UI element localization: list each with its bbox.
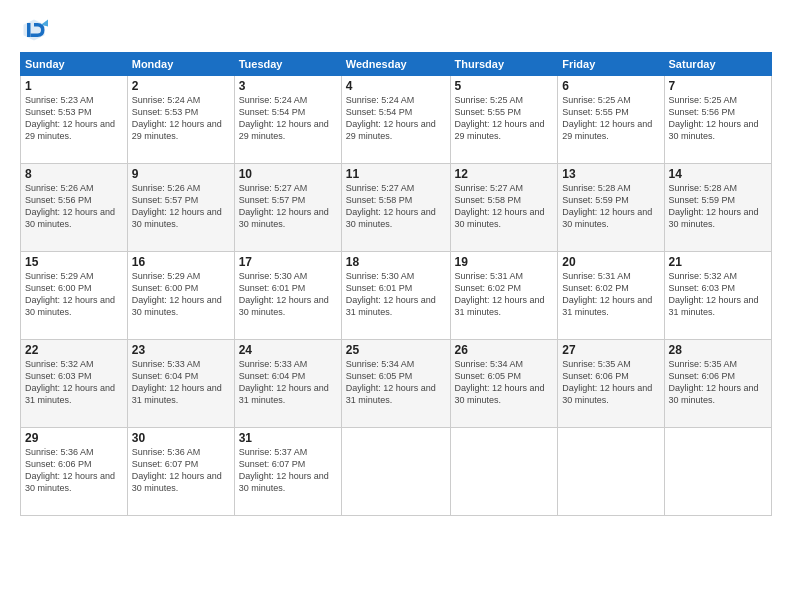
day-number: 26 xyxy=(455,343,554,357)
table-cell: 5 Sunrise: 5:25 AM Sunset: 5:55 PM Dayli… xyxy=(450,76,558,164)
day-detail: Sunrise: 5:29 AM Sunset: 6:00 PM Dayligh… xyxy=(25,270,123,319)
table-row: 15 Sunrise: 5:29 AM Sunset: 6:00 PM Dayl… xyxy=(21,252,772,340)
day-detail: Sunrise: 5:36 AM Sunset: 6:06 PM Dayligh… xyxy=(25,446,123,495)
day-detail: Sunrise: 5:28 AM Sunset: 5:59 PM Dayligh… xyxy=(562,182,659,231)
day-number: 15 xyxy=(25,255,123,269)
table-cell xyxy=(558,428,664,516)
day-detail: Sunrise: 5:35 AM Sunset: 6:06 PM Dayligh… xyxy=(562,358,659,407)
day-detail: Sunrise: 5:24 AM Sunset: 5:53 PM Dayligh… xyxy=(132,94,230,143)
day-number: 12 xyxy=(455,167,554,181)
table-cell: 12 Sunrise: 5:27 AM Sunset: 5:58 PM Dayl… xyxy=(450,164,558,252)
day-number: 25 xyxy=(346,343,446,357)
day-detail: Sunrise: 5:23 AM Sunset: 5:53 PM Dayligh… xyxy=(25,94,123,143)
day-detail: Sunrise: 5:33 AM Sunset: 6:04 PM Dayligh… xyxy=(239,358,337,407)
day-number: 30 xyxy=(132,431,230,445)
day-number: 8 xyxy=(25,167,123,181)
day-detail: Sunrise: 5:34 AM Sunset: 6:05 PM Dayligh… xyxy=(455,358,554,407)
header xyxy=(20,16,772,44)
table-cell: 10 Sunrise: 5:27 AM Sunset: 5:57 PM Dayl… xyxy=(234,164,341,252)
col-friday: Friday xyxy=(558,53,664,76)
day-detail: Sunrise: 5:33 AM Sunset: 6:04 PM Dayligh… xyxy=(132,358,230,407)
table-cell xyxy=(450,428,558,516)
day-number: 28 xyxy=(669,343,767,357)
table-cell: 26 Sunrise: 5:34 AM Sunset: 6:05 PM Dayl… xyxy=(450,340,558,428)
day-detail: Sunrise: 5:25 AM Sunset: 5:55 PM Dayligh… xyxy=(455,94,554,143)
col-saturday: Saturday xyxy=(664,53,771,76)
day-number: 13 xyxy=(562,167,659,181)
day-detail: Sunrise: 5:27 AM Sunset: 5:58 PM Dayligh… xyxy=(346,182,446,231)
day-detail: Sunrise: 5:35 AM Sunset: 6:06 PM Dayligh… xyxy=(669,358,767,407)
table-row: 29 Sunrise: 5:36 AM Sunset: 6:06 PM Dayl… xyxy=(21,428,772,516)
day-number: 14 xyxy=(669,167,767,181)
day-number: 20 xyxy=(562,255,659,269)
page: Sunday Monday Tuesday Wednesday Thursday… xyxy=(0,0,792,612)
day-detail: Sunrise: 5:36 AM Sunset: 6:07 PM Dayligh… xyxy=(132,446,230,495)
table-row: 1 Sunrise: 5:23 AM Sunset: 5:53 PM Dayli… xyxy=(21,76,772,164)
logo-icon xyxy=(20,16,48,44)
day-number: 17 xyxy=(239,255,337,269)
table-cell: 6 Sunrise: 5:25 AM Sunset: 5:55 PM Dayli… xyxy=(558,76,664,164)
day-number: 3 xyxy=(239,79,337,93)
day-detail: Sunrise: 5:25 AM Sunset: 5:55 PM Dayligh… xyxy=(562,94,659,143)
col-monday: Monday xyxy=(127,53,234,76)
day-number: 2 xyxy=(132,79,230,93)
day-number: 1 xyxy=(25,79,123,93)
calendar-body: 1 Sunrise: 5:23 AM Sunset: 5:53 PM Dayli… xyxy=(21,76,772,516)
col-wednesday: Wednesday xyxy=(341,53,450,76)
day-detail: Sunrise: 5:24 AM Sunset: 5:54 PM Dayligh… xyxy=(346,94,446,143)
table-cell: 19 Sunrise: 5:31 AM Sunset: 6:02 PM Dayl… xyxy=(450,252,558,340)
calendar-header: Sunday Monday Tuesday Wednesday Thursday… xyxy=(21,53,772,76)
table-row: 22 Sunrise: 5:32 AM Sunset: 6:03 PM Dayl… xyxy=(21,340,772,428)
table-cell: 2 Sunrise: 5:24 AM Sunset: 5:53 PM Dayli… xyxy=(127,76,234,164)
table-cell: 22 Sunrise: 5:32 AM Sunset: 6:03 PM Dayl… xyxy=(21,340,128,428)
table-cell: 30 Sunrise: 5:36 AM Sunset: 6:07 PM Dayl… xyxy=(127,428,234,516)
day-number: 4 xyxy=(346,79,446,93)
day-detail: Sunrise: 5:31 AM Sunset: 6:02 PM Dayligh… xyxy=(455,270,554,319)
table-cell: 7 Sunrise: 5:25 AM Sunset: 5:56 PM Dayli… xyxy=(664,76,771,164)
day-number: 29 xyxy=(25,431,123,445)
table-cell: 18 Sunrise: 5:30 AM Sunset: 6:01 PM Dayl… xyxy=(341,252,450,340)
table-cell: 24 Sunrise: 5:33 AM Sunset: 6:04 PM Dayl… xyxy=(234,340,341,428)
table-cell: 31 Sunrise: 5:37 AM Sunset: 6:07 PM Dayl… xyxy=(234,428,341,516)
table-cell: 8 Sunrise: 5:26 AM Sunset: 5:56 PM Dayli… xyxy=(21,164,128,252)
day-detail: Sunrise: 5:29 AM Sunset: 6:00 PM Dayligh… xyxy=(132,270,230,319)
day-detail: Sunrise: 5:32 AM Sunset: 6:03 PM Dayligh… xyxy=(25,358,123,407)
day-number: 31 xyxy=(239,431,337,445)
table-cell: 23 Sunrise: 5:33 AM Sunset: 6:04 PM Dayl… xyxy=(127,340,234,428)
table-cell: 17 Sunrise: 5:30 AM Sunset: 6:01 PM Dayl… xyxy=(234,252,341,340)
table-cell: 14 Sunrise: 5:28 AM Sunset: 5:59 PM Dayl… xyxy=(664,164,771,252)
day-detail: Sunrise: 5:28 AM Sunset: 5:59 PM Dayligh… xyxy=(669,182,767,231)
day-detail: Sunrise: 5:25 AM Sunset: 5:56 PM Dayligh… xyxy=(669,94,767,143)
day-number: 21 xyxy=(669,255,767,269)
day-number: 10 xyxy=(239,167,337,181)
logo xyxy=(20,16,52,44)
day-detail: Sunrise: 5:26 AM Sunset: 5:57 PM Dayligh… xyxy=(132,182,230,231)
day-detail: Sunrise: 5:31 AM Sunset: 6:02 PM Dayligh… xyxy=(562,270,659,319)
table-cell: 11 Sunrise: 5:27 AM Sunset: 5:58 PM Dayl… xyxy=(341,164,450,252)
table-row: 8 Sunrise: 5:26 AM Sunset: 5:56 PM Dayli… xyxy=(21,164,772,252)
day-detail: Sunrise: 5:37 AM Sunset: 6:07 PM Dayligh… xyxy=(239,446,337,495)
day-number: 7 xyxy=(669,79,767,93)
table-cell: 1 Sunrise: 5:23 AM Sunset: 5:53 PM Dayli… xyxy=(21,76,128,164)
table-cell: 20 Sunrise: 5:31 AM Sunset: 6:02 PM Dayl… xyxy=(558,252,664,340)
table-cell: 9 Sunrise: 5:26 AM Sunset: 5:57 PM Dayli… xyxy=(127,164,234,252)
table-cell: 4 Sunrise: 5:24 AM Sunset: 5:54 PM Dayli… xyxy=(341,76,450,164)
col-thursday: Thursday xyxy=(450,53,558,76)
table-cell: 3 Sunrise: 5:24 AM Sunset: 5:54 PM Dayli… xyxy=(234,76,341,164)
day-detail: Sunrise: 5:34 AM Sunset: 6:05 PM Dayligh… xyxy=(346,358,446,407)
day-detail: Sunrise: 5:30 AM Sunset: 6:01 PM Dayligh… xyxy=(346,270,446,319)
table-cell: 13 Sunrise: 5:28 AM Sunset: 5:59 PM Dayl… xyxy=(558,164,664,252)
day-number: 23 xyxy=(132,343,230,357)
day-detail: Sunrise: 5:26 AM Sunset: 5:56 PM Dayligh… xyxy=(25,182,123,231)
header-row: Sunday Monday Tuesday Wednesday Thursday… xyxy=(21,53,772,76)
table-cell: 21 Sunrise: 5:32 AM Sunset: 6:03 PM Dayl… xyxy=(664,252,771,340)
calendar: Sunday Monday Tuesday Wednesday Thursday… xyxy=(20,52,772,516)
day-number: 11 xyxy=(346,167,446,181)
table-cell: 27 Sunrise: 5:35 AM Sunset: 6:06 PM Dayl… xyxy=(558,340,664,428)
day-number: 18 xyxy=(346,255,446,269)
day-detail: Sunrise: 5:27 AM Sunset: 5:58 PM Dayligh… xyxy=(455,182,554,231)
table-cell xyxy=(341,428,450,516)
table-cell: 28 Sunrise: 5:35 AM Sunset: 6:06 PM Dayl… xyxy=(664,340,771,428)
table-cell xyxy=(664,428,771,516)
col-sunday: Sunday xyxy=(21,53,128,76)
